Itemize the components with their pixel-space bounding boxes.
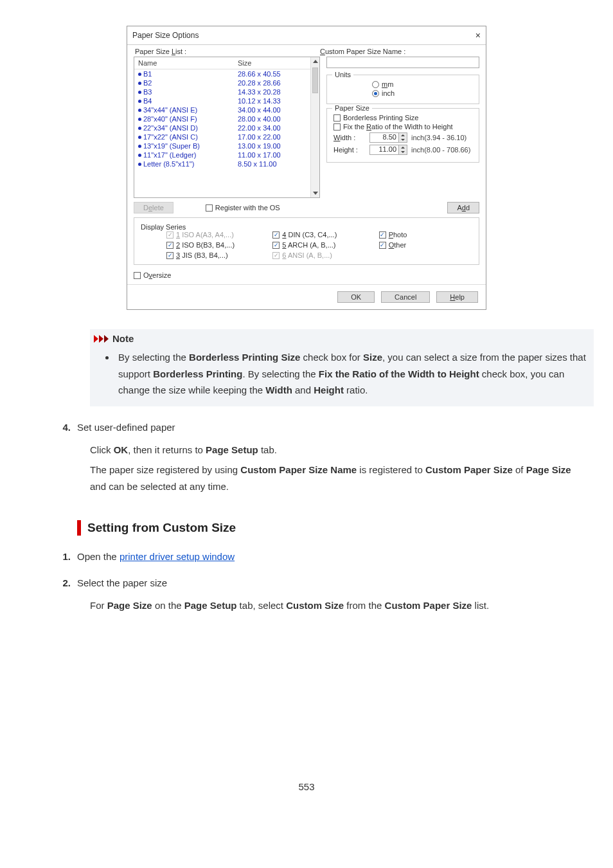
scroll-thumb[interactable] (312, 68, 318, 93)
display-series-item[interactable]: Other (379, 241, 472, 249)
list-item[interactable]: B128.66 x 40.55 (134, 69, 319, 78)
step-2-num: 2. (13, 577, 77, 588)
list-item[interactable]: 22"x34" (ANSI D)22.00 x 34.00 (134, 123, 319, 132)
display-series-item[interactable]: 3 JIS (B3, B4,...) (166, 251, 260, 259)
paper-size-list-label: Paper Size List : (134, 48, 320, 55)
height-range: inch(8.00 - 708.66) (411, 146, 470, 154)
paper-size-list[interactable]: Name Size B128.66 x 40.55B220.28 x 28.66… (134, 57, 320, 198)
width-spinner[interactable]: 8.50 (369, 132, 407, 143)
list-item[interactable]: 17"x22" (ANSI C)17.00 x 22.00 (134, 132, 319, 141)
dialog-title: Paper Size Options (132, 31, 199, 40)
width-label: Width : (333, 134, 366, 141)
height-label: Height : (333, 146, 366, 154)
help-button[interactable]: Help (436, 291, 478, 303)
units-group: Units mm inch (326, 75, 479, 104)
section-title: Setting from Custom Size (87, 521, 236, 535)
scroll-down-icon[interactable] (313, 192, 318, 195)
list-item[interactable]: B410.12 x 14.33 (134, 96, 319, 105)
list-item[interactable]: 28"x40" (ANSI F)28.00 x 40.00 (134, 114, 319, 123)
lock-icon (138, 109, 141, 112)
unit-inch-radio[interactable]: inch (372, 89, 472, 97)
step-4-desc-2: The paper size registered by using Custo… (90, 462, 587, 494)
fix-ratio-checkbox[interactable]: Fix the Ratio of the Width to Height (333, 123, 472, 131)
add-button[interactable]: Add (447, 202, 479, 213)
cancel-button[interactable]: Cancel (381, 291, 430, 303)
lock-icon (138, 82, 141, 85)
display-series-item[interactable]: 4 DIN (C3, C4,...) (272, 231, 366, 239)
col-size: Size (238, 59, 251, 67)
height-spinner[interactable]: 11.00 (369, 145, 407, 155)
lock-icon (138, 100, 141, 103)
list-item[interactable]: 11"x17" (Ledger)11.00 x 17.00 (134, 150, 319, 159)
step-4-num: 4. (13, 422, 77, 433)
col-name: Name (138, 59, 238, 67)
list-item[interactable]: Letter (8.5"x11")8.50 x 11.00 (134, 159, 319, 168)
unit-mm-radio[interactable]: mm (372, 80, 472, 88)
step-2-title: Select the paper size (77, 577, 600, 588)
lock-icon (138, 154, 141, 157)
lock-icon (138, 145, 141, 148)
step-1-body: Open the printer driver setup window (77, 551, 600, 562)
scroll-up-icon[interactable] (313, 60, 318, 63)
display-series-item[interactable]: 5 ARCH (A, B,...) (272, 241, 366, 249)
paper-size-group: Paper Size Borderless Printing Size Fix … (326, 108, 479, 163)
list-item[interactable]: 34"x44" (ANSI E)34.00 x 44.00 (134, 105, 319, 114)
lock-icon (138, 118, 141, 121)
section-bar-icon (77, 520, 81, 536)
lock-icon (138, 136, 141, 139)
step-4-title: Set user-defined paper (77, 422, 600, 433)
step-4-desc-1: Click OK, then it returns to Page Setup … (90, 442, 587, 458)
list-item[interactable]: 13"x19" (Super B)13.00 x 19.00 (134, 141, 319, 150)
width-range: inch(3.94 - 36.10) (411, 134, 466, 141)
display-series-item[interactable]: 2 ISO B(B3, B4,...) (166, 241, 260, 249)
step-2-desc: For Page Size on the Page Setup tab, sel… (90, 597, 587, 614)
note-label: Note (112, 333, 134, 344)
printer-driver-link[interactable]: printer driver setup window (120, 551, 235, 562)
register-os-checkbox[interactable]: Register with the OS (206, 204, 280, 212)
note-text: By selecting the Borderless Printing Siz… (116, 349, 594, 399)
custom-name-label: Custom Paper Size Name : (320, 48, 479, 55)
note-icon (94, 335, 109, 343)
lock-icon (138, 127, 141, 130)
borderless-checkbox[interactable]: Borderless Printing Size (333, 114, 472, 122)
chevron-up-icon[interactable] (399, 133, 407, 138)
display-series-item: 1 ISO A(A3, A4,...) (166, 231, 260, 239)
lock-icon (138, 91, 141, 94)
chevron-up-icon[interactable] (399, 145, 407, 150)
close-icon[interactable]: × (475, 30, 481, 41)
paper-size-options-dialog: Paper Size Options × Paper Size List : C… (127, 26, 486, 310)
note-block: Note By selecting the Borderless Printin… (90, 329, 594, 406)
oversize-checkbox[interactable]: Oversize (134, 271, 479, 279)
lock-icon (138, 163, 141, 166)
step-1-num: 1. (13, 551, 77, 562)
display-series-item[interactable]: Photo (379, 231, 472, 239)
list-item[interactable]: B220.28 x 28.66 (134, 78, 319, 87)
page-number: 553 (13, 781, 600, 792)
lock-icon (138, 73, 141, 76)
delete-button[interactable]: Delete (134, 202, 173, 213)
custom-name-input[interactable] (326, 57, 479, 68)
chevron-down-icon[interactable] (399, 138, 407, 142)
list-item[interactable]: B314.33 x 20.28 (134, 87, 319, 96)
scrollbar[interactable] (310, 57, 319, 197)
display-series-group: Display Series 1 ISO A(A3, A4,...)4 DIN … (134, 217, 479, 265)
chevron-down-icon[interactable] (399, 150, 407, 154)
ok-button[interactable]: OK (337, 291, 375, 303)
display-series-item: 6 ANSI (A, B,...) (272, 251, 366, 259)
